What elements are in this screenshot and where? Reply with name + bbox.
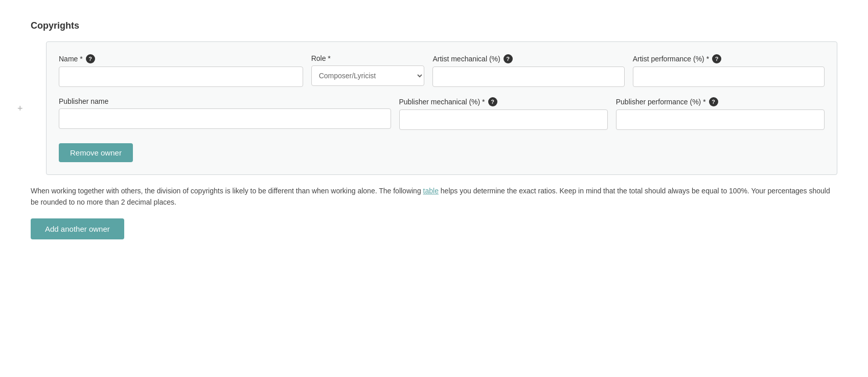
role-label: Role * [311, 54, 425, 62]
pub-perf-label: Publisher performance (%) * ? [616, 97, 825, 106]
form-row-2: Publisher name Publisher mechanical (%) … [59, 97, 825, 130]
name-field-group: Name * ? [59, 54, 303, 87]
pub-name-input[interactable] [59, 108, 391, 129]
pub-perf-field-group: Publisher performance (%) * ? [616, 97, 825, 130]
owner-card: Name * ? Role * Composer/Lyricist Compos… [46, 41, 837, 175]
pub-mech-help-icon[interactable]: ? [488, 97, 497, 106]
role-field-group: Role * Composer/Lyricist Composer Lyrici… [311, 54, 425, 86]
pub-perf-help-icon[interactable]: ? [709, 97, 718, 106]
table-link[interactable]: table [423, 187, 439, 195]
page-title: Copyrights [31, 20, 837, 31]
name-label: Name * ? [59, 54, 303, 63]
artist-perf-help-icon[interactable]: ? [712, 54, 721, 63]
form-row-1: Name * ? Role * Composer/Lyricist Compos… [59, 54, 825, 87]
owner-wrapper: + Name * ? Role * Composer/Lyricist Comp… [31, 41, 837, 175]
name-help-icon[interactable]: ? [86, 54, 95, 63]
pub-mech-field-group: Publisher mechanical (%) * ? [399, 97, 608, 130]
role-select[interactable]: Composer/Lyricist Composer Lyricist Publ… [311, 65, 425, 86]
pub-mech-label: Publisher mechanical (%) * ? [399, 97, 608, 106]
artist-mech-field-group: Artist mechanical (%) ? [432, 54, 624, 87]
artist-perf-field-group: Artist performance (%) * ? [633, 54, 825, 87]
artist-perf-input[interactable] [633, 66, 825, 87]
pub-perf-input[interactable] [616, 109, 825, 130]
artist-mech-label: Artist mechanical (%) ? [432, 54, 624, 63]
pub-name-label: Publisher name [59, 97, 391, 105]
info-text: When working together with others, the d… [31, 185, 837, 208]
name-input[interactable] [59, 66, 303, 87]
add-owner-button[interactable]: Add another owner [31, 218, 124, 239]
artist-perf-label: Artist performance (%) * ? [633, 54, 825, 63]
artist-mech-help-icon[interactable]: ? [504, 54, 513, 63]
artist-mech-input[interactable] [432, 66, 624, 87]
remove-owner-button[interactable]: Remove owner [59, 143, 133, 162]
pub-mech-input[interactable] [399, 109, 608, 130]
pub-name-field-group: Publisher name [59, 97, 391, 129]
drag-handle-icon[interactable]: + [17, 103, 23, 114]
